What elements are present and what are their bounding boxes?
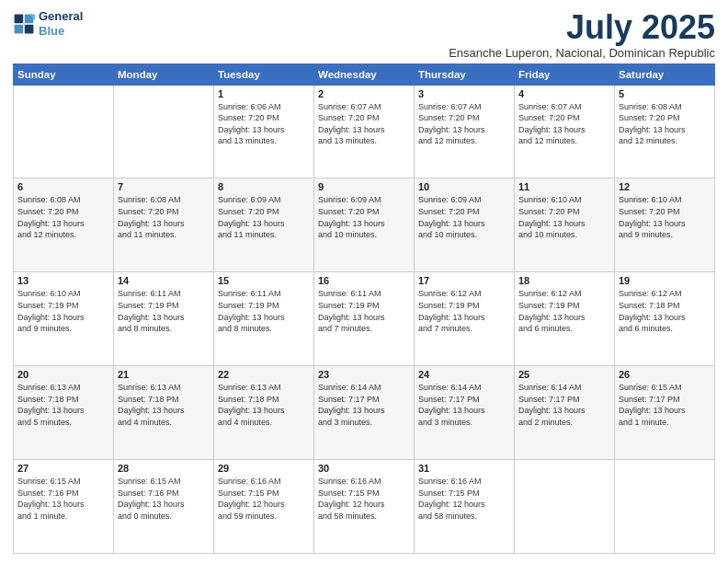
day-number: 31 bbox=[418, 463, 510, 474]
day-number: 25 bbox=[518, 369, 610, 380]
calendar-cell: 19Sunrise: 6:12 AM Sunset: 7:18 PM Dayli… bbox=[615, 272, 715, 366]
weekday-header: Saturday bbox=[615, 63, 715, 85]
calendar-cell: 17Sunrise: 6:12 AM Sunset: 7:19 PM Dayli… bbox=[415, 272, 515, 366]
weekday-header: Monday bbox=[114, 63, 214, 85]
logo-line1: General bbox=[39, 9, 83, 24]
calendar-cell: 10Sunrise: 6:09 AM Sunset: 7:20 PM Dayli… bbox=[415, 178, 515, 272]
calendar-cell bbox=[14, 85, 114, 178]
day-number: 10 bbox=[418, 181, 510, 192]
day-number: 29 bbox=[218, 463, 310, 474]
day-info: Sunrise: 6:13 AM Sunset: 7:18 PM Dayligh… bbox=[17, 382, 109, 428]
day-info: Sunrise: 6:16 AM Sunset: 7:15 PM Dayligh… bbox=[218, 476, 310, 522]
day-number: 16 bbox=[318, 275, 410, 286]
calendar-cell: 14Sunrise: 6:11 AM Sunset: 7:19 PM Dayli… bbox=[114, 272, 214, 366]
calendar-cell: 22Sunrise: 6:13 AM Sunset: 7:18 PM Dayli… bbox=[214, 366, 314, 460]
calendar-cell: 26Sunrise: 6:15 AM Sunset: 7:17 PM Dayli… bbox=[615, 366, 715, 460]
day-info: Sunrise: 6:10 AM Sunset: 7:20 PM Dayligh… bbox=[619, 194, 711, 240]
day-number: 30 bbox=[318, 463, 410, 474]
calendar-week-row: 20Sunrise: 6:13 AM Sunset: 7:18 PM Dayli… bbox=[14, 366, 715, 460]
day-number: 28 bbox=[118, 463, 210, 474]
weekday-header: Thursday bbox=[415, 63, 515, 85]
title-block: July 2025 Ensanche Luperon, Nacional, Do… bbox=[449, 9, 715, 60]
day-info: Sunrise: 6:16 AM Sunset: 7:15 PM Dayligh… bbox=[418, 476, 510, 522]
day-info: Sunrise: 6:07 AM Sunset: 7:20 PM Dayligh… bbox=[318, 101, 410, 147]
calendar-cell bbox=[515, 460, 615, 554]
day-info: Sunrise: 6:15 AM Sunset: 7:17 PM Dayligh… bbox=[619, 382, 711, 428]
day-number: 6 bbox=[17, 181, 109, 192]
calendar-page: General Blue July 2025 Ensanche Luperon,… bbox=[0, 0, 728, 563]
day-info: Sunrise: 6:12 AM Sunset: 7:19 PM Dayligh… bbox=[518, 288, 610, 334]
calendar-cell: 18Sunrise: 6:12 AM Sunset: 7:19 PM Dayli… bbox=[515, 272, 615, 366]
calendar-cell bbox=[615, 460, 715, 554]
day-number: 4 bbox=[518, 88, 610, 99]
calendar-cell: 3Sunrise: 6:07 AM Sunset: 7:20 PM Daylig… bbox=[415, 85, 515, 178]
day-info: Sunrise: 6:08 AM Sunset: 7:20 PM Dayligh… bbox=[619, 101, 711, 147]
svg-rect-2 bbox=[15, 24, 24, 33]
logo-icon bbox=[13, 13, 35, 35]
day-info: Sunrise: 6:14 AM Sunset: 7:17 PM Dayligh… bbox=[318, 382, 410, 428]
calendar-cell: 16Sunrise: 6:11 AM Sunset: 7:19 PM Dayli… bbox=[314, 272, 415, 366]
day-info: Sunrise: 6:08 AM Sunset: 7:20 PM Dayligh… bbox=[118, 194, 210, 240]
day-number: 9 bbox=[318, 181, 410, 192]
day-info: Sunrise: 6:11 AM Sunset: 7:19 PM Dayligh… bbox=[318, 288, 410, 334]
calendar-cell: 11Sunrise: 6:10 AM Sunset: 7:20 PM Dayli… bbox=[515, 178, 615, 272]
calendar-cell bbox=[114, 85, 214, 178]
calendar-cell: 12Sunrise: 6:10 AM Sunset: 7:20 PM Dayli… bbox=[615, 178, 715, 272]
calendar-cell: 2Sunrise: 6:07 AM Sunset: 7:20 PM Daylig… bbox=[314, 85, 415, 178]
day-number: 17 bbox=[418, 275, 510, 286]
day-info: Sunrise: 6:15 AM Sunset: 7:16 PM Dayligh… bbox=[17, 476, 109, 522]
calendar-cell: 7Sunrise: 6:08 AM Sunset: 7:20 PM Daylig… bbox=[114, 178, 214, 272]
calendar-cell: 9Sunrise: 6:09 AM Sunset: 7:20 PM Daylig… bbox=[314, 178, 415, 272]
day-number: 5 bbox=[619, 88, 711, 99]
day-number: 20 bbox=[17, 369, 109, 380]
day-info: Sunrise: 6:12 AM Sunset: 7:18 PM Dayligh… bbox=[619, 288, 711, 334]
day-info: Sunrise: 6:09 AM Sunset: 7:20 PM Dayligh… bbox=[218, 194, 310, 240]
day-number: 8 bbox=[218, 181, 310, 192]
calendar-cell: 8Sunrise: 6:09 AM Sunset: 7:20 PM Daylig… bbox=[214, 178, 314, 272]
calendar-cell: 4Sunrise: 6:07 AM Sunset: 7:20 PM Daylig… bbox=[515, 85, 615, 178]
logo-text: General Blue bbox=[39, 9, 83, 38]
day-info: Sunrise: 6:14 AM Sunset: 7:17 PM Dayligh… bbox=[518, 382, 610, 428]
day-number: 1 bbox=[218, 88, 310, 99]
calendar-cell: 21Sunrise: 6:13 AM Sunset: 7:18 PM Dayli… bbox=[114, 366, 214, 460]
weekday-header-row: SundayMondayTuesdayWednesdayThursdayFrid… bbox=[14, 63, 715, 85]
day-info: Sunrise: 6:12 AM Sunset: 7:19 PM Dayligh… bbox=[418, 288, 510, 334]
day-number: 26 bbox=[619, 369, 711, 380]
logo-line2: Blue bbox=[39, 24, 64, 38]
calendar-cell: 27Sunrise: 6:15 AM Sunset: 7:16 PM Dayli… bbox=[14, 460, 114, 554]
day-number: 12 bbox=[619, 181, 711, 192]
day-info: Sunrise: 6:09 AM Sunset: 7:20 PM Dayligh… bbox=[418, 194, 510, 240]
calendar-cell: 30Sunrise: 6:16 AM Sunset: 7:15 PM Dayli… bbox=[314, 460, 415, 554]
day-info: Sunrise: 6:08 AM Sunset: 7:20 PM Dayligh… bbox=[17, 194, 109, 240]
day-info: Sunrise: 6:11 AM Sunset: 7:19 PM Dayligh… bbox=[118, 288, 210, 334]
day-info: Sunrise: 6:10 AM Sunset: 7:20 PM Dayligh… bbox=[518, 194, 610, 240]
svg-rect-3 bbox=[25, 24, 34, 33]
calendar-week-row: 27Sunrise: 6:15 AM Sunset: 7:16 PM Dayli… bbox=[14, 460, 715, 554]
calendar-table: SundayMondayTuesdayWednesdayThursdayFrid… bbox=[13, 63, 715, 554]
day-number: 21 bbox=[118, 369, 210, 380]
svg-rect-0 bbox=[15, 14, 24, 23]
calendar-cell: 25Sunrise: 6:14 AM Sunset: 7:17 PM Dayli… bbox=[515, 366, 615, 460]
calendar-week-row: 1Sunrise: 6:06 AM Sunset: 7:20 PM Daylig… bbox=[14, 85, 715, 178]
day-number: 23 bbox=[318, 369, 410, 380]
header: General Blue July 2025 Ensanche Luperon,… bbox=[13, 9, 715, 60]
calendar-cell: 24Sunrise: 6:14 AM Sunset: 7:17 PM Dayli… bbox=[415, 366, 515, 460]
calendar-cell: 28Sunrise: 6:15 AM Sunset: 7:16 PM Dayli… bbox=[114, 460, 214, 554]
calendar-cell: 13Sunrise: 6:10 AM Sunset: 7:19 PM Dayli… bbox=[14, 272, 114, 366]
calendar-cell: 15Sunrise: 6:11 AM Sunset: 7:19 PM Dayli… bbox=[214, 272, 314, 366]
weekday-header: Tuesday bbox=[214, 63, 314, 85]
day-info: Sunrise: 6:13 AM Sunset: 7:18 PM Dayligh… bbox=[218, 382, 310, 428]
weekday-header: Wednesday bbox=[314, 63, 415, 85]
day-info: Sunrise: 6:09 AM Sunset: 7:20 PM Dayligh… bbox=[318, 194, 410, 240]
calendar-cell: 6Sunrise: 6:08 AM Sunset: 7:20 PM Daylig… bbox=[14, 178, 114, 272]
day-info: Sunrise: 6:10 AM Sunset: 7:19 PM Dayligh… bbox=[17, 288, 109, 334]
month-title: July 2025 bbox=[449, 9, 715, 46]
day-number: 7 bbox=[118, 181, 210, 192]
day-info: Sunrise: 6:06 AM Sunset: 7:20 PM Dayligh… bbox=[218, 101, 310, 147]
calendar-week-row: 6Sunrise: 6:08 AM Sunset: 7:20 PM Daylig… bbox=[14, 178, 715, 272]
day-number: 11 bbox=[518, 181, 610, 192]
day-number: 18 bbox=[518, 275, 610, 286]
day-number: 19 bbox=[619, 275, 711, 286]
day-info: Sunrise: 6:14 AM Sunset: 7:17 PM Dayligh… bbox=[418, 382, 510, 428]
weekday-header: Friday bbox=[515, 63, 615, 85]
